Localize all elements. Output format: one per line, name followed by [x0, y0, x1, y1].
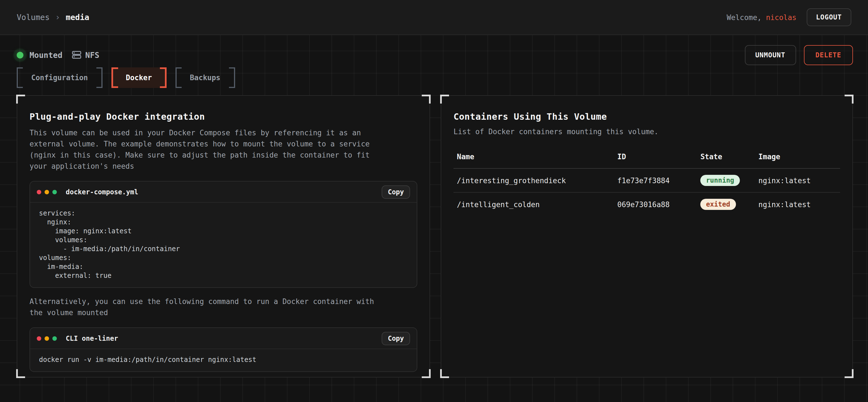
- table-row: /intelligent_colden 069e73016a88 exited …: [454, 192, 840, 216]
- compose-code-block: docker-compose.yml Copy services: nginx:…: [30, 181, 417, 288]
- cli-code-block: CLI one-liner Copy docker run -v im-medi…: [30, 327, 417, 372]
- containers-table: Name ID State Image /interesting_grothen…: [454, 153, 840, 216]
- delete-button[interactable]: DELETE: [804, 45, 853, 65]
- panel-corner-icon: [16, 95, 25, 104]
- table-row: /interesting_grothendieck f1e73e7f3884 r…: [454, 168, 840, 192]
- unmount-button[interactable]: UNMOUNT: [745, 45, 796, 65]
- driver-label: NFS: [85, 51, 99, 59]
- username: nicolas: [766, 13, 797, 22]
- cli-intro-text: Alternatively, you can use the following…: [30, 296, 391, 319]
- panel-corner-icon: [422, 95, 431, 104]
- copy-cli-button[interactable]: Copy: [382, 332, 410, 345]
- docker-panel-title: Plug-and-play Docker integration: [30, 111, 417, 122]
- welcome-text: Welcome, nicolas: [727, 13, 797, 22]
- tab-backups[interactable]: Backups: [175, 67, 235, 88]
- panel-corner-icon: [440, 95, 449, 104]
- traffic-light-red-icon: [37, 336, 41, 340]
- table-header-row: Name ID State Image: [454, 153, 840, 168]
- panel-corner-icon: [845, 95, 854, 104]
- container-id: f1e73e7f3884: [614, 168, 697, 192]
- copy-compose-button[interactable]: Copy: [382, 185, 410, 199]
- app-root: Volumes › media Welcome, nicolas LOGOUT …: [0, 0, 868, 402]
- column-header-state: State: [697, 153, 755, 168]
- breadcrumb-volumes-link[interactable]: Volumes: [17, 13, 50, 22]
- volume-status-row: Mounted NFS UNMOUNT DELETE: [17, 35, 853, 60]
- breadcrumb-current-volume: media: [66, 13, 89, 22]
- chevron-right-icon: ›: [55, 12, 60, 22]
- top-bar: Volumes › media Welcome, nicolas LOGOUT: [0, 0, 868, 35]
- column-header-image: Image: [755, 153, 840, 168]
- container-name: /interesting_grothendieck: [454, 168, 614, 192]
- compose-code: services: nginx: image: nginx:latest vol…: [30, 203, 417, 287]
- main-area: Mounted NFS UNMOUNT DELETE Configuration…: [0, 35, 868, 402]
- compose-filename: docker-compose.yml: [66, 188, 382, 196]
- container-image: nginx:latest: [755, 192, 840, 216]
- containers-panel-subtitle: List of Docker containers mounting this …: [454, 128, 840, 136]
- containers-panel-title: Containers Using This Volume: [454, 111, 840, 122]
- panels-container: Plug-and-play Docker integration This vo…: [17, 95, 853, 377]
- compose-code-header: docker-compose.yml Copy: [30, 181, 417, 203]
- tab-docker[interactable]: Docker: [112, 67, 166, 88]
- traffic-light-red-icon: [37, 190, 41, 194]
- panel-corner-icon: [440, 369, 449, 378]
- traffic-light-amber-icon: [44, 336, 49, 340]
- traffic-light-green-icon: [52, 190, 57, 194]
- welcome-label: Welcome,: [727, 13, 762, 22]
- header-right: Welcome, nicolas LOGOUT: [727, 8, 851, 26]
- container-name: /intelligent_colden: [454, 192, 614, 216]
- panel-corner-icon: [16, 369, 25, 378]
- panel-corner-icon: [422, 369, 431, 378]
- column-header-name: Name: [454, 153, 614, 168]
- traffic-light-green-icon: [52, 336, 57, 340]
- mounted-status-label: Mounted: [30, 51, 62, 59]
- container-id: 069e73016a88: [614, 192, 697, 216]
- column-header-id: ID: [614, 153, 697, 168]
- cli-filename: CLI one-liner: [66, 334, 382, 342]
- containers-panel: Containers Using This Volume List of Doc…: [441, 95, 853, 377]
- panel-corner-icon: [845, 369, 854, 378]
- docker-integration-panel: Plug-and-play Docker integration This vo…: [17, 95, 430, 377]
- logout-button[interactable]: LOGOUT: [806, 8, 851, 26]
- state-badge: running: [700, 175, 740, 186]
- cli-code-header: CLI one-liner Copy: [30, 328, 417, 349]
- cli-code: docker run -v im-media:/path/in/containe…: [30, 349, 417, 371]
- state-badge: exited: [700, 199, 736, 210]
- mounted-status-dot-icon: [17, 52, 23, 58]
- tab-configuration[interactable]: Configuration: [17, 67, 102, 88]
- breadcrumb: Volumes › media: [17, 12, 89, 22]
- container-image: nginx:latest: [755, 168, 840, 192]
- traffic-light-amber-icon: [44, 190, 49, 194]
- docker-panel-description: This volume can be used in your Docker C…: [30, 128, 391, 172]
- server-icon: [72, 50, 81, 60]
- tab-bar: Configuration Docker Backups: [17, 67, 853, 88]
